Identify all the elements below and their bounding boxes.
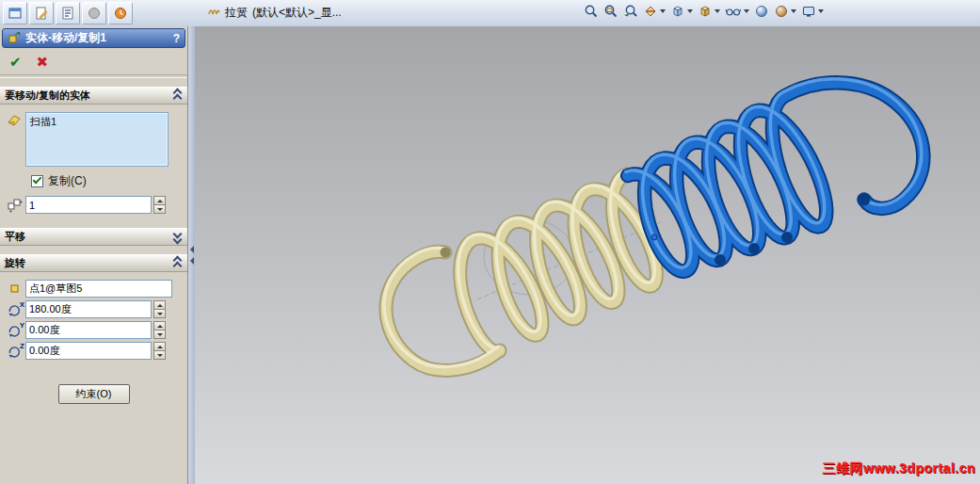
divider (0, 74, 187, 78)
copies-spinner[interactable] (153, 196, 166, 214)
section-bodies: 要移动/复制的实体 扫描1 复制(C) (0, 87, 187, 219)
orange-clock-icon[interactable] (108, 2, 133, 24)
section-rotate: 旋转 X (0, 254, 187, 365)
rotate-y-input[interactable] (25, 321, 152, 339)
spring-blue-body (628, 83, 924, 272)
window-icon[interactable] (3, 2, 27, 24)
ok-button[interactable]: ✔ (9, 54, 22, 71)
section-title: 平移 (5, 230, 25, 244)
dropdown-caret (818, 9, 824, 13)
rotate-y-spinner[interactable] (153, 321, 166, 339)
section-header-bodies[interactable]: 要移动/复制的实体 (0, 87, 187, 105)
zoom-area-icon[interactable] (602, 3, 620, 20)
view-orientation-icon[interactable] (668, 3, 695, 20)
display-style-icon[interactable] (696, 3, 722, 20)
edit-appearance-icon[interactable] (752, 3, 771, 20)
collapse-arrow-icon (186, 257, 194, 265)
collapse-chevron-icon (174, 258, 181, 269)
number-of-copies-icon (3, 197, 25, 213)
copy-checkbox-label: 复制(C) (48, 173, 87, 189)
heads-up-view-toolbar (582, 3, 826, 20)
copy-checkbox[interactable]: 复制(C) (31, 173, 180, 189)
spring-blue-coil-shadow (748, 243, 760, 254)
apply-scene-icon[interactable] (772, 3, 798, 20)
document-label: 拉簧 (默认<默认>_显... (207, 5, 342, 21)
property-manager-title: 实体-移动/复制1 (25, 30, 106, 46)
spring-blue-end-cap (859, 194, 871, 206)
selected-point-marker (651, 234, 657, 240)
dropdown-caret (687, 9, 693, 13)
collapse-arrow-icon (186, 246, 194, 253)
section-translate: 平移 (0, 228, 187, 246)
rotate-x-icon: X (3, 302, 25, 317)
constraint-button[interactable]: 约束(O) (58, 384, 130, 404)
rotate-z-icon: Z (3, 344, 25, 359)
selected-body-item[interactable]: 扫描1 (27, 114, 167, 130)
section-title: 旋转 (5, 256, 25, 270)
rotate-y-icon: Y (3, 323, 25, 338)
spring-yellow-end-cap (441, 248, 451, 258)
section-view-icon[interactable] (641, 3, 667, 20)
rotation-origin-input[interactable] (25, 280, 172, 298)
help-button[interactable]: ? (173, 32, 180, 45)
bodies-selection-list[interactable]: 扫描1 (25, 112, 169, 167)
top-toolbar: 拉簧 (默认<默认>_显... (0, 0, 980, 27)
rotation-origin-icon (3, 282, 25, 296)
section-header-rotate[interactable]: 旋转 (0, 254, 187, 272)
property-manager-title-bar: 实体-移动/复制1 ? (2, 28, 185, 48)
spring-model-canvas (195, 26, 980, 484)
move-copy-body-icon (8, 30, 22, 47)
expand-chevron-icon (174, 232, 181, 243)
dropdown-caret (744, 9, 749, 13)
rotate-z-spinner[interactable] (153, 342, 166, 360)
panel-collapse-handle[interactable] (188, 26, 195, 484)
viewport-3d[interactable]: 三维网www.3dportal.cn (195, 26, 980, 484)
dropdown-caret (715, 9, 720, 13)
copies-count-input[interactable] (25, 196, 152, 214)
previous-view-icon[interactable] (621, 3, 640, 20)
collapse-chevron-icon (174, 90, 181, 102)
spring-blue-coil-shadow (781, 232, 793, 243)
feature-name: 拉簧 (225, 5, 248, 21)
solid-body-icon (3, 112, 25, 129)
hide-show-items-icon[interactable] (723, 3, 751, 20)
dropdown-caret (660, 9, 666, 13)
dropdown-caret (791, 9, 796, 13)
section-title: 要移动/复制的实体 (5, 89, 90, 103)
spring-blue-coil-shadow (715, 254, 726, 266)
solidworks-window: 拉簧 (默认<默认>_显... (0, 0, 980, 484)
checkbox-checked-icon (31, 175, 43, 187)
watermark: 三维网www.3dportal.cn (823, 460, 976, 477)
rotate-x-input[interactable] (25, 300, 152, 318)
cancel-button[interactable]: ✖ (37, 54, 49, 71)
document-report-icon[interactable] (56, 2, 80, 24)
confirm-toolbar: ✔ ✖ (0, 50, 187, 73)
standard-toolbar (3, 2, 133, 24)
section-header-translate[interactable]: 平移 (0, 228, 187, 246)
gray-sphere-icon[interactable] (82, 2, 106, 24)
property-manager-panel: 实体-移动/复制1 ? ✔ ✖ 要移动/复制的实体 扫描1 (0, 26, 188, 484)
rotate-z-input[interactable] (25, 342, 152, 360)
configuration-label: (默认<默认>_显... (252, 5, 342, 21)
zoom-fit-icon[interactable] (582, 3, 601, 20)
feature-spring-icon (207, 5, 220, 21)
document-edit-icon[interactable] (29, 2, 54, 24)
view-settings-icon[interactable] (799, 3, 826, 20)
rotate-x-spinner[interactable] (153, 300, 166, 318)
